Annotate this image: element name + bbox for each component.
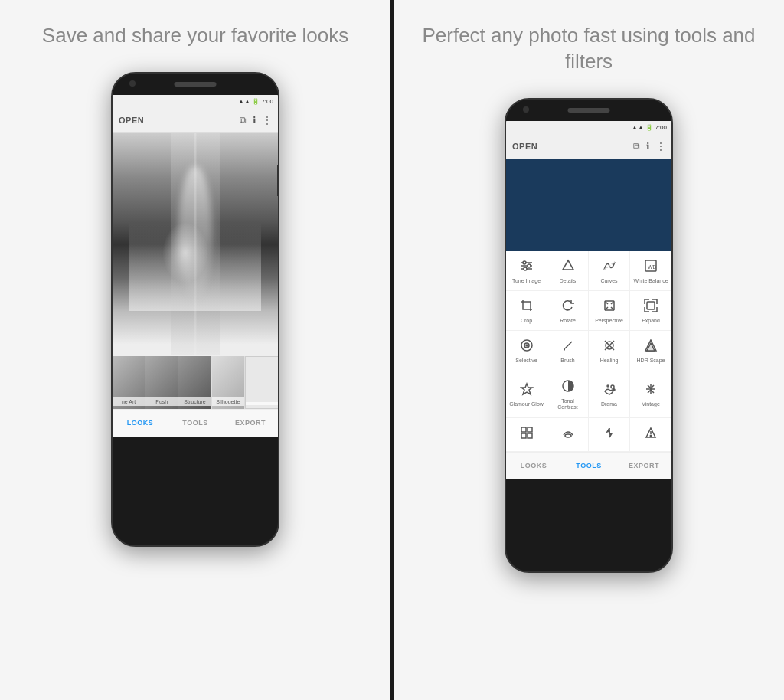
tool-healing-label: Healing	[600, 358, 619, 364]
thumb-5[interactable]	[245, 356, 278, 409]
nav-looks-left[interactable]: LOOKS	[113, 419, 168, 427]
thumb-1[interactable]: ne Art	[113, 356, 145, 409]
tool-perspective-label: Perspective	[595, 318, 623, 324]
more-tool-3-icon	[603, 426, 616, 442]
tool-hdr-scape[interactable]: HDR Scape	[630, 331, 671, 371]
nav-looks-right[interactable]: LOOKS	[506, 462, 561, 469]
details-icon	[561, 259, 575, 275]
tonal-contrast-icon	[561, 379, 575, 395]
toolbar-icons-left: ⧉ ℹ ⋮	[240, 115, 272, 126]
screen-inner-left: ne Art Push Structure Silhouette	[113, 133, 278, 547]
open-button-left[interactable]: OPEN	[119, 116, 144, 125]
svg-point-35	[565, 434, 571, 437]
right-panel: Perfect any photo fast using tools and f…	[394, 0, 784, 700]
tool-vintage-label: Vintage	[642, 401, 660, 407]
signal-icon-right: ▲▲	[632, 124, 644, 131]
tool-more-1[interactable]	[506, 418, 547, 452]
tool-more-2[interactable]	[547, 418, 589, 452]
nav-export-left[interactable]: EXPORT	[223, 419, 278, 427]
left-panel: Save and share your favorite looks ▲▲ 🔋 …	[0, 0, 390, 700]
bottom-nav-right: LOOKS TOOLS EXPORT	[506, 452, 671, 479]
phone-camera-right	[523, 106, 529, 113]
brush-icon	[561, 339, 575, 355]
phone-camera	[129, 80, 136, 87]
status-bar-right: ▲▲ 🔋 7:00	[506, 121, 671, 135]
svg-line-19	[565, 342, 572, 348]
tool-more-4[interactable]	[630, 418, 671, 452]
layers-icon[interactable]: ⧉	[240, 115, 247, 126]
info-icon[interactable]: ℹ	[253, 115, 256, 126]
tool-wb-label: White Balance	[633, 278, 668, 284]
tool-details[interactable]: Details	[547, 251, 589, 291]
svg-rect-31	[521, 427, 526, 432]
expand-icon	[644, 299, 658, 315]
healing-icon	[603, 339, 616, 355]
tool-drama[interactable]: Drama	[589, 371, 630, 418]
phone-top-bar-right	[506, 100, 671, 121]
svg-rect-15	[647, 302, 655, 309]
svg-text:WB: WB	[648, 264, 657, 270]
tool-glamour-glow[interactable]: Glamour Glow	[506, 371, 547, 418]
white-balance-icon: WB	[644, 259, 658, 275]
nav-tools-left[interactable]: TOOLS	[168, 419, 223, 427]
more-tool-4-icon	[644, 426, 658, 442]
tool-expand[interactable]: Expand	[630, 291, 671, 331]
tool-healing[interactable]: Healing	[589, 331, 630, 371]
tool-tonal-label: Tonal Contrast	[550, 398, 585, 411]
tool-selective[interactable]: Selective	[506, 331, 547, 371]
more-tool-2-icon	[561, 426, 575, 442]
thumb-2[interactable]: Push	[145, 356, 178, 409]
bottom-nav-left: LOOKS TOOLS EXPORT	[113, 409, 278, 437]
thumb-label-4: Silhouette	[212, 397, 244, 406]
phone-speaker-right	[568, 108, 610, 113]
perspective-icon	[603, 299, 616, 315]
more-icon-right[interactable]: ⋮	[656, 141, 665, 152]
svg-point-38	[650, 435, 652, 437]
app-toolbar-right: OPEN ⧉ ℹ ⋮	[506, 135, 671, 159]
open-button-right[interactable]: OPEN	[512, 142, 537, 151]
tool-white-balance[interactable]: WB White Balance	[630, 251, 671, 291]
vintage-icon	[644, 382, 658, 398]
rotate-icon	[561, 299, 575, 315]
info-icon-right[interactable]: ℹ	[646, 141, 650, 152]
thumb-4[interactable]: Silhouette	[212, 356, 245, 409]
tool-rotate[interactable]: Rotate	[547, 291, 589, 331]
photo-top-right	[506, 159, 671, 251]
thumb-label-5	[246, 402, 278, 405]
layers-icon-right[interactable]: ⧉	[633, 141, 640, 152]
right-phone: ▲▲ 🔋 7:00 OPEN ⧉ ℹ ⋮	[505, 98, 673, 573]
side-button-left	[277, 165, 279, 196]
status-time-left: 7:00	[261, 98, 273, 105]
tool-perspective[interactable]: Perspective	[589, 291, 630, 331]
phone-top-bar	[113, 74, 278, 95]
thumb-3[interactable]: Structure	[178, 356, 211, 409]
status-bar-left: ▲▲ 🔋 7:00	[113, 95, 278, 109]
nav-export-right[interactable]: EXPORT	[616, 462, 671, 469]
signal-icon: ▲▲	[238, 98, 250, 105]
tool-details-label: Details	[560, 278, 576, 284]
tool-crop[interactable]: Crop	[506, 291, 547, 331]
tool-hdr-label: HDR Scape	[637, 358, 665, 364]
more-icon[interactable]: ⋮	[263, 115, 272, 126]
drama-icon	[603, 382, 616, 398]
battery-icon: 🔋	[252, 98, 260, 105]
right-panel-title: Perfect any photo fast using tools and f…	[409, 23, 769, 75]
svg-rect-32	[528, 427, 532, 432]
tool-more-3[interactable]	[589, 418, 630, 452]
tool-tonal-contrast[interactable]: Tonal Contrast	[547, 371, 589, 418]
status-time-right: 7:00	[655, 124, 667, 131]
more-tool-1-icon	[520, 426, 534, 442]
tool-curves[interactable]: Curves	[589, 251, 630, 291]
nav-tools-right[interactable]: TOOLS	[561, 462, 616, 469]
tool-tune-label: Tune Image	[512, 278, 541, 284]
thumb-label-3: Structure	[178, 397, 211, 406]
tool-curves-label: Curves	[600, 278, 617, 284]
tool-vintage[interactable]: Vintage	[630, 371, 671, 418]
tool-brush[interactable]: Brush	[547, 331, 589, 371]
bw-photo	[113, 133, 278, 355]
battery-icon-right: 🔋	[645, 124, 653, 131]
left-phone-body: ▲▲ 🔋 7:00 OPEN ⧉ ℹ ⋮	[111, 72, 279, 547]
tool-tune-image[interactable]: Tune Image	[506, 251, 547, 291]
thumbnails-row: ne Art Push Structure Silhouette	[113, 355, 278, 409]
svg-point-3	[523, 261, 526, 264]
